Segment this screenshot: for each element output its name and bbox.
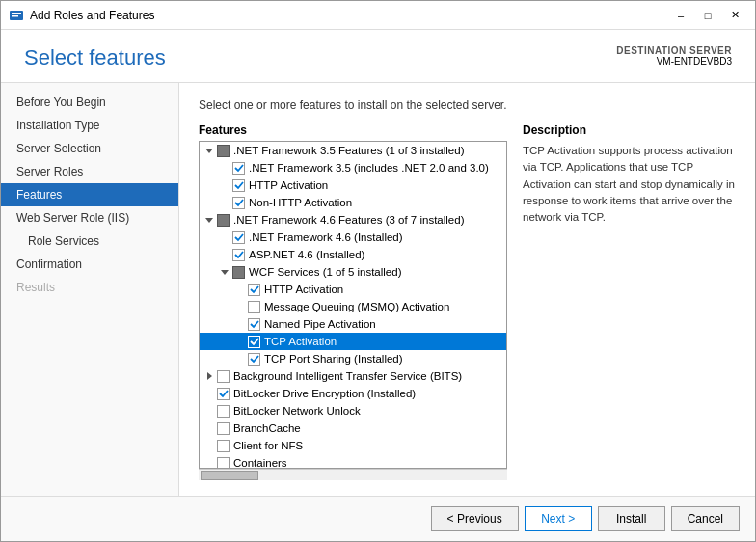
expand-icon[interactable]: [203, 370, 215, 382]
checkbox[interactable]: [217, 405, 230, 418]
title-bar: Add Roles and Features – □ ✕: [1, 1, 755, 30]
expand-icon[interactable]: [219, 162, 230, 174]
sidebar-item-features[interactable]: Features: [1, 183, 178, 206]
checkbox[interactable]: [217, 388, 230, 400]
sidebar-item-confirmation[interactable]: Confirmation: [1, 253, 178, 276]
tree-item-tcp-port-sharing[interactable]: TCP Port Sharing (Installed): [200, 350, 506, 367]
expand-icon[interactable]: [219, 197, 230, 208]
window: Add Roles and Features – □ ✕ Select feat…: [0, 0, 756, 542]
expand-icon[interactable]: [234, 318, 246, 330]
sidebar: Before You BeginInstallation TypeServer …: [1, 83, 179, 496]
partial-checkbox[interactable]: [217, 214, 230, 227]
tree-item-tcp-activation[interactable]: TCP Activation: [200, 333, 506, 350]
next-button[interactable]: Next >: [525, 506, 592, 531]
checkbox[interactable]: [248, 318, 260, 331]
checkbox[interactable]: [248, 301, 260, 313]
expand-icon[interactable]: [203, 457, 215, 469]
tree-item-label: Background Intelligent Transfer Service …: [233, 370, 462, 382]
checkbox[interactable]: [248, 353, 260, 366]
destination-server: DESTINATION SERVER VM-ENTDEVBD3: [616, 45, 732, 67]
expand-icon[interactable]: [203, 145, 215, 156]
description-label: Description: [523, 123, 736, 137]
sidebar-item-installation-type[interactable]: Installation Type: [1, 114, 178, 137]
tree-item-label: HTTP Activation: [264, 284, 343, 295]
tree-item-branchcache[interactable]: BranchCache: [200, 420, 506, 437]
checkbox[interactable]: [217, 440, 230, 452]
checkbox[interactable]: [232, 179, 245, 192]
app-icon: [9, 8, 24, 23]
svg-rect-1: [12, 13, 21, 14]
tree-item-label: BranchCache: [233, 422, 301, 434]
tree-item-label: .NET Framework 4.6 (Installed): [249, 231, 403, 243]
tree-item-label: BitLocker Network Unlock: [233, 405, 361, 417]
svg-marker-5: [221, 270, 229, 275]
tree-item-msmq-activation[interactable]: Message Queuing (MSMQ) Activation: [200, 298, 506, 315]
tree-item-label: Client for NFS: [233, 440, 303, 451]
tree-item-http-activation-wcf[interactable]: HTTP Activation: [200, 281, 506, 298]
svg-marker-4: [205, 218, 213, 223]
close-button[interactable]: ✕: [722, 6, 747, 25]
expand-icon[interactable]: [203, 422, 215, 434]
expand-icon[interactable]: [219, 266, 230, 278]
expand-icon[interactable]: [234, 301, 246, 312]
sidebar-item-server-selection[interactable]: Server Selection: [1, 137, 178, 160]
tree-item-label: Named Pipe Activation: [264, 318, 376, 330]
scrollbar-thumb[interactable]: [201, 471, 258, 480]
expand-icon[interactable]: [203, 388, 215, 399]
expand-icon[interactable]: [219, 231, 230, 243]
tree-item-bitlocker-network[interactable]: BitLocker Network Unlock: [200, 402, 506, 420]
expand-icon[interactable]: [219, 179, 230, 191]
maximize-button[interactable]: □: [695, 6, 720, 25]
partial-checkbox[interactable]: [232, 266, 245, 279]
tree-item-named-pipe-activation[interactable]: Named Pipe Activation: [200, 315, 506, 333]
tree-item-net46-features[interactable]: .NET Framework 4.6 Features (3 of 7 inst…: [200, 211, 506, 229]
tree-item-http-activation-35[interactable]: HTTP Activation: [200, 176, 506, 194]
checkbox[interactable]: [217, 457, 230, 470]
tree-item-bits[interactable]: Background Intelligent Transfer Service …: [200, 367, 506, 385]
checkbox[interactable]: [232, 249, 245, 261]
tree-item-aspnet46[interactable]: ASP.NET 4.6 (Installed): [200, 246, 506, 263]
previous-button[interactable]: < Previous: [431, 506, 519, 531]
install-button[interactable]: Install: [598, 506, 665, 531]
expand-icon[interactable]: [234, 284, 246, 295]
checkbox[interactable]: [232, 231, 245, 244]
tree-item-containers[interactable]: Containers: [200, 454, 506, 469]
tree-item-net35[interactable]: .NET Framework 3.5 (includes .NET 2.0 an…: [200, 159, 506, 176]
tree-item-label: .NET Framework 3.5 (includes .NET 2.0 an…: [249, 162, 489, 174]
checkbox[interactable]: [248, 284, 260, 296]
expand-icon[interactable]: [234, 336, 246, 347]
svg-rect-2: [12, 15, 18, 17]
cancel-button[interactable]: Cancel: [671, 506, 740, 531]
tree-item-label: Containers: [233, 457, 287, 469]
tree-item-nonhttp-activation-35[interactable]: Non-HTTP Activation: [200, 194, 506, 211]
sidebar-item-web-server-role[interactable]: Web Server Role (IIS): [1, 206, 178, 230]
sidebar-item-before-you-begin[interactable]: Before You Begin: [1, 91, 178, 114]
tree-item-wcf-services[interactable]: WCF Services (1 of 5 installed): [200, 263, 506, 281]
tree-item-net46[interactable]: .NET Framework 4.6 (Installed): [200, 229, 506, 246]
minimize-button[interactable]: –: [668, 6, 693, 25]
checkbox[interactable]: [248, 336, 260, 348]
expand-icon[interactable]: [203, 214, 215, 226]
checkbox[interactable]: [217, 370, 230, 383]
tree-container[interactable]: .NET Framework 3.5 Features (1 of 3 inst…: [199, 141, 507, 469]
horizontal-scrollbar[interactable]: [199, 469, 507, 480]
sidebar-item-server-roles[interactable]: Server Roles: [1, 160, 178, 183]
tree-item-net35-features[interactable]: .NET Framework 3.5 Features (1 of 3 inst…: [200, 142, 506, 159]
expand-icon[interactable]: [234, 353, 246, 365]
checkbox[interactable]: [232, 162, 245, 175]
checkbox[interactable]: [217, 422, 230, 435]
dest-server-name: VM-ENTDEVBD3: [657, 56, 732, 67]
features-area: Features .NET Framework 3.5 Features (1 …: [199, 123, 736, 480]
expand-icon[interactable]: [203, 405, 215, 417]
expand-icon[interactable]: [203, 440, 215, 451]
window-controls: – □ ✕: [668, 6, 747, 25]
tree-item-bitlocker-encrypt[interactable]: BitLocker Drive Encryption (Installed): [200, 385, 506, 402]
expand-icon[interactable]: [219, 249, 230, 260]
page-header: Select features DESTINATION SERVER VM-EN…: [1, 30, 755, 83]
tree-item-client-nfs[interactable]: Client for NFS: [200, 437, 506, 454]
svg-marker-6: [207, 372, 212, 380]
tree-item-label: TCP Port Sharing (Installed): [264, 353, 403, 365]
sidebar-item-role-services[interactable]: Role Services: [1, 230, 178, 253]
checkbox[interactable]: [232, 197, 245, 209]
partial-checkbox[interactable]: [217, 145, 230, 157]
